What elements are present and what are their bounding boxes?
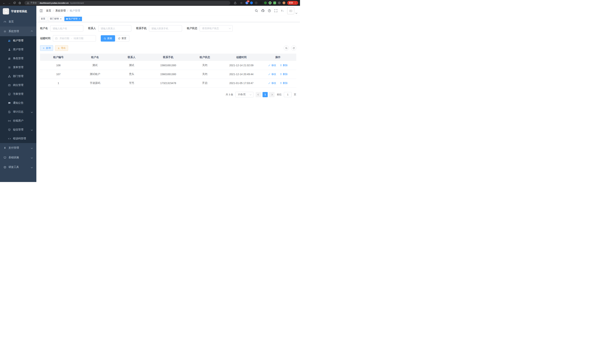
sidebar-item-role-mgmt[interactable]: 角色管理 [0, 54, 36, 63]
tab-label: 租户管理 [69, 17, 77, 20]
tab-home[interactable]: 首页 [39, 17, 47, 21]
sidebar-item-error-code-mgmt[interactable]: 错误码管理 [0, 134, 36, 143]
close-icon[interactable]: × [79, 18, 80, 20]
browser-home-icon[interactable] [18, 1, 22, 5]
refresh-table-icon[interactable] [291, 46, 296, 51]
delete-link[interactable]: 删除 [280, 73, 288, 76]
cell-contact: 秃头 [113, 70, 150, 79]
sidebar-item-home[interactable]: 首页 [0, 17, 36, 27]
browser-forward-icon[interactable]: → [7, 1, 11, 5]
sidebar-item-label: 短信管理 [13, 128, 23, 131]
app-logo[interactable]: 芋道管理系统 [0, 6, 36, 17]
security-label: 不安全 [30, 1, 37, 4]
header-search-icon[interactable] [255, 9, 258, 12]
extension-icon[interactable] [269, 1, 272, 4]
sidebar-item-audit-log[interactable]: 审计日志 [0, 107, 36, 116]
next-page-button[interactable] [269, 92, 275, 97]
extension-icon[interactable] [255, 1, 258, 4]
browser-reload-icon[interactable] [12, 1, 17, 5]
extensions-puzzle-icon[interactable] [278, 1, 281, 4]
edit-link[interactable]: 修改 [268, 82, 276, 85]
tenant-status-select[interactable]: 请选择租户状态 [200, 25, 233, 32]
sidebar-item-infrastructure[interactable]: 基础设施 [0, 153, 36, 162]
fullscreen-icon[interactable] [274, 9, 278, 12]
font-size-icon[interactable]: TT [281, 9, 284, 12]
share-icon[interactable] [233, 1, 237, 5]
tab-dept-mgmt[interactable]: 部门管理 × [48, 17, 64, 21]
edit-link[interactable]: 修改 [268, 73, 276, 76]
sidebar-item-online-users[interactable]: 在线用户 [0, 116, 36, 125]
filter-row-1: 租户名 联系人 联系手机 租户状态 请选择租户状态 [40, 25, 296, 32]
sidebar-item-post-mgmt[interactable]: 岗位管理 [0, 81, 36, 90]
cube-icon [3, 166, 6, 169]
sidebar-item-sms-mgmt[interactable]: 短信管理 [0, 125, 36, 134]
breadcrumb-home[interactable]: 首页 [46, 9, 51, 12]
page-number-button[interactable]: 1 [262, 92, 268, 97]
tenant-name-input[interactable] [50, 25, 83, 32]
active-dot-icon [66, 18, 68, 20]
cell-contact: 芋艿 [113, 79, 150, 88]
contact-input[interactable] [98, 25, 131, 32]
chevron-down-icon [31, 147, 33, 149]
sidebar-item-label: 通知公告 [13, 101, 23, 105]
code-icon [8, 137, 11, 140]
close-icon[interactable]: × [60, 18, 62, 20]
browser-back-icon[interactable]: ← [2, 1, 6, 5]
extension-icon[interactable] [273, 1, 276, 4]
user-avatar[interactable] [287, 7, 294, 14]
extension-icon[interactable] [259, 1, 262, 4]
delete-link[interactable]: 删除 [280, 64, 288, 67]
sidebar-item-system[interactable]: 系统管理 [0, 27, 36, 36]
extension-icon[interactable]: 10 [245, 1, 248, 4]
sidebar-item-label: 租户管理 [13, 39, 23, 42]
yen-icon: ¥ [3, 146, 6, 149]
profile-avatar-icon[interactable] [282, 1, 285, 4]
sidebar-collapse-icon[interactable] [39, 9, 43, 13]
pagination: 共 3 条 10条/页 1 前往 页 [40, 92, 296, 97]
browser-menu-icon[interactable]: ⋮ [294, 2, 297, 4]
page-content: 租户名 联系人 联系手机 租户状态 请选择租户状态 创建时间 [36, 22, 300, 182]
cell-actions: 修改 删除 [260, 61, 296, 70]
cell-tenant-id: 1 [40, 79, 77, 88]
filter-contact: 联系人 [88, 25, 131, 32]
phone-input[interactable] [149, 25, 182, 32]
avatar-dropdown-caret-icon[interactable] [296, 12, 297, 14]
sidebar-item-dev-tools[interactable]: 研发工具 [0, 162, 36, 172]
broken-image-icon [289, 9, 292, 12]
filter-tenant-name: 租户名 [40, 25, 83, 32]
tab-tenant-mgmt[interactable]: 租户管理 × [64, 17, 82, 21]
update-button[interactable]: 更新 ⋮ [287, 1, 298, 5]
extension-icon[interactable] [250, 1, 253, 4]
extension-icon[interactable] [264, 1, 267, 4]
breadcrumb-separator: / [67, 9, 68, 12]
trash-icon [280, 64, 282, 66]
reset-button[interactable]: 重置 [115, 35, 129, 42]
plus-icon [42, 47, 45, 49]
edit-link[interactable]: 修改 [268, 64, 276, 67]
reset-button-label: 重置 [122, 37, 126, 40]
sidebar-item-notice[interactable]: 通知公告 [0, 99, 36, 107]
sidebar-item-user-mgmt[interactable]: 用户管理 [0, 45, 36, 54]
help-question-icon[interactable] [268, 9, 271, 12]
url-path: /system/tenant [70, 2, 84, 4]
sidebar-item-dict-mgmt[interactable]: 字典管理 [0, 90, 36, 99]
goto-page-input[interactable] [284, 92, 292, 97]
address-bar[interactable]: 不安全 dashboard.yudao.iocoder.cn/system/te… [25, 1, 230, 5]
sidebar-item-dept-mgmt[interactable]: 部门管理 [0, 72, 36, 81]
sidebar-item-label: 研发工具 [9, 166, 19, 169]
bookmark-star-icon[interactable]: ☆ [239, 1, 244, 5]
create-time-range-picker[interactable]: 开始日期 - 结束日期 [53, 35, 96, 42]
add-button[interactable]: 新增 [40, 45, 53, 51]
search-button[interactable]: 搜索 [101, 35, 115, 42]
github-icon[interactable] [261, 9, 264, 12]
breadcrumb-system[interactable]: 系统管理 [55, 9, 66, 12]
toggle-search-icon[interactable] [284, 46, 289, 51]
prev-page-button[interactable] [256, 92, 261, 97]
delete-link[interactable]: 删除 [280, 82, 288, 85]
export-button[interactable]: 导出 [55, 45, 68, 51]
page-size-select[interactable]: 10条/页 [235, 92, 253, 97]
sidebar-item-tenant-mgmt[interactable]: 租户管理 [0, 36, 36, 45]
sidebar-item-menu-mgmt[interactable]: 菜单管理 [0, 63, 36, 72]
sidebar-item-payment-mgmt[interactable]: ¥ 支付管理 [0, 143, 36, 153]
download-icon [57, 47, 60, 49]
